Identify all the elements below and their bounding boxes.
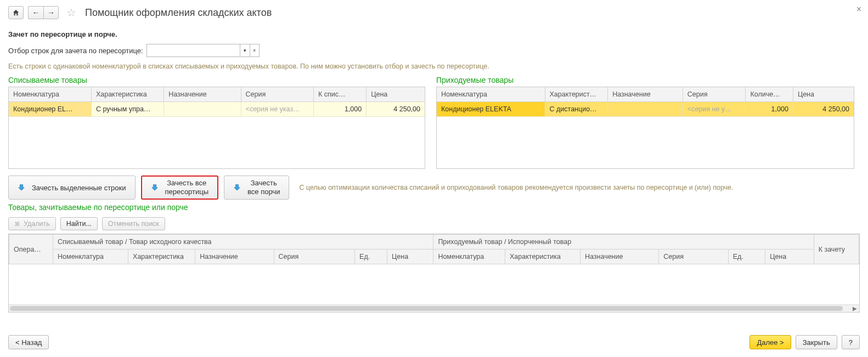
cell-assign bbox=[164, 102, 241, 117]
close-icon[interactable]: × bbox=[856, 4, 861, 14]
page-title: Помощник оформления складских актов bbox=[85, 7, 272, 19]
back-button[interactable]: < Назад bbox=[8, 335, 49, 349]
delete-x-icon: ✖ bbox=[14, 220, 20, 228]
col-header[interactable]: Номенклатура bbox=[433, 250, 505, 264]
table-row[interactable]: Кондиционер ELEKTA С дистанцио… <серия н… bbox=[437, 102, 854, 117]
cell-assign bbox=[608, 102, 683, 117]
col-header[interactable]: Серия bbox=[659, 250, 728, 264]
col-header[interactable]: Серия bbox=[274, 250, 355, 264]
col-header[interactable]: Характерист… bbox=[545, 87, 608, 102]
col-header[interactable]: Номенклатура bbox=[437, 87, 545, 102]
cell-series: <серия не у… bbox=[683, 102, 746, 117]
action-hint: С целью оптимизации количества списаний … bbox=[299, 184, 733, 191]
col-header[interactable]: К зачету bbox=[814, 235, 859, 264]
arrow-down-icon bbox=[151, 184, 159, 191]
horizontal-scrollbar[interactable]: ▶ bbox=[9, 304, 859, 312]
favorite-star-icon[interactable]: ☆ bbox=[66, 6, 76, 19]
col-header[interactable]: Характеристика bbox=[505, 250, 580, 264]
written-off-grid[interactable]: Номенклатура Характеристика Назначение С… bbox=[8, 87, 425, 169]
col-header[interactable]: Серия bbox=[241, 87, 313, 102]
nav-back-button[interactable]: ← bbox=[28, 6, 43, 19]
col-header[interactable]: Характеристика bbox=[91, 87, 164, 102]
col-header[interactable]: Цена bbox=[367, 87, 425, 102]
btn-label-l2: пересортицы bbox=[165, 188, 209, 196]
btn-label: ? bbox=[849, 338, 853, 347]
col-header-group[interactable]: Приходуемый товар / Испорченный товар bbox=[433, 235, 814, 250]
btn-label-l1: Зачесть все bbox=[167, 179, 206, 187]
col-header[interactable]: Назначение bbox=[580, 250, 658, 264]
nav-forward-button[interactable]: → bbox=[43, 6, 59, 19]
btn-label: Найти... bbox=[66, 220, 92, 228]
delete-button[interactable]: ✖Удалить bbox=[8, 217, 56, 230]
col-header[interactable]: Опера… bbox=[9, 235, 53, 264]
col-header[interactable]: Количе… bbox=[746, 87, 793, 102]
cell-series: <серия не указ… bbox=[241, 102, 313, 117]
arrow-down-icon bbox=[18, 184, 25, 191]
arrow-down-icon bbox=[233, 184, 241, 191]
arrow-right-icon: → bbox=[47, 9, 55, 16]
table-row[interactable]: Кондиционер EL… С ручным упра… <серия не… bbox=[9, 102, 425, 117]
arrow-left-icon: ← bbox=[32, 9, 40, 16]
filter-input[interactable] bbox=[146, 44, 240, 57]
col-header[interactable]: Характеристика bbox=[128, 250, 195, 264]
btn-label: Удалить bbox=[24, 220, 50, 228]
home-icon bbox=[12, 9, 20, 16]
lower-grid-title: Товары, зачитываемые по пересортице или … bbox=[8, 203, 860, 212]
next-button[interactable]: Далее > bbox=[749, 335, 791, 349]
cell-nomen: Кондиционер ELEKTA bbox=[437, 102, 545, 117]
filter-dropdown-button[interactable]: ▾ bbox=[240, 44, 250, 57]
section-subtitle: Зачет по пересортице и порче. bbox=[8, 30, 860, 38]
received-grid[interactable]: Номенклатура Характерист… Назначение Сер… bbox=[436, 87, 854, 169]
col-header[interactable]: Номенклатура bbox=[9, 87, 91, 102]
col-header[interactable]: Серия bbox=[683, 87, 746, 102]
filter-clear-button[interactable]: × bbox=[250, 44, 260, 57]
close-button[interactable]: Закрыть bbox=[796, 335, 837, 349]
btn-label: Далее > bbox=[757, 338, 784, 347]
btn-label-l1: Зачесть bbox=[251, 179, 277, 187]
btn-label: Закрыть bbox=[803, 338, 830, 347]
col-header[interactable]: Назначение bbox=[164, 87, 241, 102]
cell-nomen: Кондиционер EL… bbox=[9, 102, 91, 117]
scroll-right-icon: ▶ bbox=[853, 305, 857, 311]
help-button[interactable]: ? bbox=[842, 335, 860, 349]
left-grid-title: Списываемые товары bbox=[8, 76, 425, 84]
btn-label: < Назад bbox=[15, 338, 42, 347]
chevron-down-icon: ▾ bbox=[244, 48, 246, 53]
col-header[interactable]: Цена bbox=[793, 87, 854, 102]
find-button[interactable]: Найти... bbox=[60, 217, 98, 230]
cancel-find-button[interactable]: Отменить поиск bbox=[102, 217, 165, 230]
col-header[interactable]: Номенклатура bbox=[53, 250, 128, 264]
clear-x-icon: × bbox=[253, 48, 256, 53]
cell-qty: 1,000 bbox=[313, 102, 366, 117]
cell-char: С ручным упра… bbox=[91, 102, 164, 117]
col-header[interactable]: Ед. bbox=[355, 250, 387, 264]
col-header[interactable]: Цена bbox=[387, 250, 433, 264]
credited-grid[interactable]: Опера… Списываемый товар / Товар исходно… bbox=[8, 234, 860, 313]
btn-label: Зачесть выделенные строки bbox=[32, 184, 126, 192]
filter-label: Отбор строк для зачета по пересортице: bbox=[8, 47, 143, 55]
col-header[interactable]: Назначение bbox=[608, 87, 683, 102]
col-header[interactable]: К спис… bbox=[313, 87, 366, 102]
cell-qty: 1,000 bbox=[746, 102, 793, 117]
credit-all-resort-button[interactable]: Зачесть всепересортицы bbox=[141, 175, 219, 200]
col-header-group[interactable]: Списываемый товар / Товар исходного каче… bbox=[53, 235, 433, 250]
info-duplicates: Есть строки с одинаковой номенклатурой в… bbox=[8, 63, 860, 70]
home-button[interactable] bbox=[8, 6, 24, 19]
cell-char: С дистанцио… bbox=[545, 102, 608, 117]
btn-label: Отменить поиск bbox=[108, 220, 159, 228]
credit-selected-button[interactable]: Зачесть выделенные строки bbox=[8, 175, 136, 200]
btn-label-l2: все порчи bbox=[247, 188, 280, 196]
col-header[interactable]: Назначение bbox=[195, 250, 274, 264]
cell-price: 4 250,00 bbox=[367, 102, 425, 117]
col-header[interactable]: Ед. bbox=[728, 250, 765, 264]
right-grid-title: Приходуемые товары bbox=[436, 76, 854, 84]
col-header[interactable]: Цена bbox=[765, 250, 814, 264]
credit-all-spoil-button[interactable]: Зачестьвсе порчи bbox=[224, 175, 289, 200]
cell-price: 4 250,00 bbox=[793, 102, 854, 117]
